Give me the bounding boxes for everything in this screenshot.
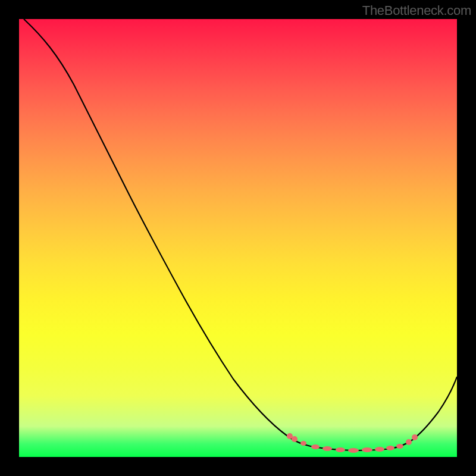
watermark-text: TheBottleneck.com (362, 3, 471, 18)
gradient-plot-area (19, 19, 457, 457)
